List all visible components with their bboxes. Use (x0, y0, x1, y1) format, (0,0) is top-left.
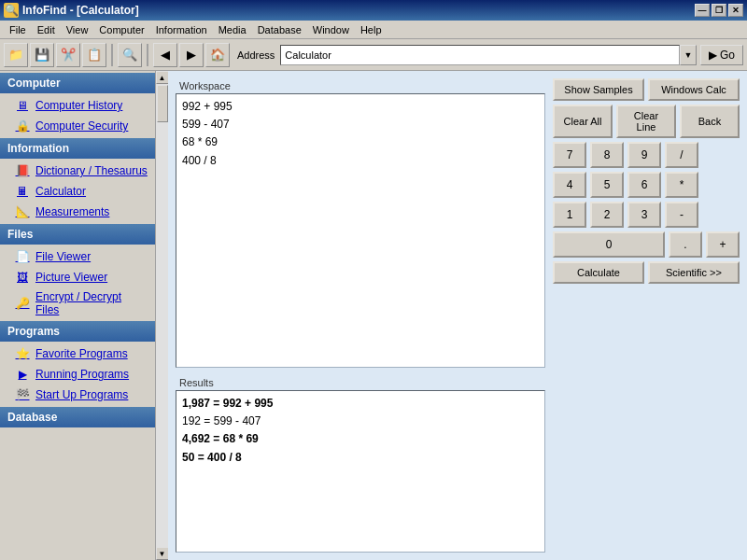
go-label: Go (720, 49, 735, 62)
numpad-1[interactable]: 1 (553, 202, 586, 228)
show-samples-button[interactable]: Show Samples (553, 78, 644, 101)
calculate-button[interactable]: Calculate (553, 261, 644, 284)
sidebar-item-computer-history[interactable]: 🖥 Computer History (0, 95, 155, 116)
sidebar-section-files: Files (0, 224, 155, 245)
numpad-row2: 4 5 6 * (553, 172, 740, 198)
address-dropdown[interactable]: ▼ (680, 45, 697, 65)
windows-calc-button[interactable]: Windows Calc (648, 78, 740, 101)
workspace-area: Workspace 992 + 995 599 - 407 68 * 69 40… (176, 78, 545, 553)
menu-view[interactable]: View (61, 22, 94, 37)
address-label: Address (237, 49, 275, 61)
scroll-track[interactable] (156, 84, 168, 547)
running-programs-icon: ▶ (15, 367, 30, 382)
toolbar-save[interactable]: 💾 (30, 43, 54, 67)
minimize-button[interactable]: — (695, 4, 710, 17)
numpad-plus[interactable]: + (706, 231, 740, 258)
numpad-divide[interactable]: / (665, 142, 698, 168)
calc-clear-row: Clear All Clear Line Back (553, 105, 740, 138)
clear-line-button[interactable]: Clear Line (616, 105, 676, 138)
close-button[interactable]: ✕ (728, 4, 743, 17)
numpad-minus[interactable]: - (665, 202, 698, 228)
calc-top-row: Show Samples Windows Calc (553, 78, 740, 101)
toolbar-back[interactable]: ◀ (153, 43, 177, 67)
sidebar-item-file-viewer[interactable]: 📄 File Viewer (0, 246, 155, 267)
restore-button[interactable]: ❐ (712, 4, 726, 17)
sidebar-label-computer-security: Computer Security (35, 119, 128, 133)
numpad-4[interactable]: 4 (553, 172, 586, 198)
sidebar-item-picture-viewer[interactable]: 🖼 Picture Viewer (0, 267, 155, 287)
sidebar-item-computer-security[interactable]: 🔒 Computer Security (0, 116, 155, 136)
results-container: Results 1,987 = 992 + 995 192 = 599 - 40… (176, 375, 545, 553)
numpad-2[interactable]: 2 (590, 202, 624, 228)
numpad-row1: 7 8 9 / (553, 142, 740, 168)
back-button[interactable]: Back (680, 105, 740, 138)
toolbar-sep2 (147, 44, 148, 66)
sidebar-item-calculator[interactable]: 🖩 Calculator (0, 181, 155, 202)
sidebar-item-measurements[interactable]: 📐 Measurements (0, 202, 155, 222)
menu-media[interactable]: Media (213, 22, 252, 37)
sidebar-section-computer: Computer (0, 73, 155, 93)
numpad-0[interactable]: 0 (553, 231, 665, 258)
result-line-3: 4,692 = 68 * 69 (182, 430, 539, 448)
sidebar-item-encrypt[interactable]: 🔑 Encrypt / Decrypt Files (0, 287, 155, 319)
sidebar-item-favorite-programs[interactable]: ⭐ Favorite Programs (0, 343, 155, 364)
sidebar-item-startup-programs[interactable]: 🏁 Start Up Programs (0, 385, 155, 405)
numpad-row3: 1 2 3 - (553, 202, 740, 228)
toolbar-cut[interactable]: ✂️ (56, 43, 80, 67)
menu-database[interactable]: Database (252, 22, 307, 37)
menu-information[interactable]: Information (150, 22, 213, 37)
scroll-down-arrow[interactable]: ▼ (156, 547, 169, 560)
dictionary-icon: 📕 (15, 163, 30, 178)
sidebar-label-measurements: Measurements (35, 205, 109, 218)
numpad-6[interactable]: 6 (627, 172, 661, 198)
numpad-7[interactable]: 7 (553, 142, 586, 168)
toolbar-home[interactable]: 🏠 (205, 43, 230, 67)
address-input[interactable] (280, 45, 680, 65)
scroll-thumb[interactable] (157, 85, 168, 122)
sidebar-scrollbar[interactable]: ▲ ▼ (155, 71, 168, 560)
encrypt-icon: 🔑 (15, 296, 30, 311)
titlebar-title: InfoFind - [Calculator] (22, 4, 695, 17)
favorite-programs-icon: ⭐ (15, 346, 30, 361)
titlebar-buttons: — ❐ ✕ (695, 4, 743, 17)
main-area: Computer 🖥 Computer History 🔒 Computer S… (0, 71, 747, 560)
go-button[interactable]: ▶ Go (700, 45, 743, 65)
workspace-panel: 992 + 995 599 - 407 68 * 69 400 / 8 (176, 93, 545, 368)
calculator-icon: 🖩 (15, 184, 30, 199)
go-arrow-icon: ▶ (709, 49, 717, 62)
numpad-9[interactable]: 9 (627, 142, 661, 168)
menu-help[interactable]: Help (355, 22, 388, 37)
menu-computer[interactable]: Computer (93, 22, 149, 37)
menu-edit[interactable]: Edit (32, 22, 61, 37)
scroll-up-arrow[interactable]: ▲ (156, 71, 169, 84)
toolbar-new[interactable]: 📁 (4, 43, 28, 67)
sidebar-label-encrypt: Encrypt / Decrypt Files (35, 290, 148, 316)
titlebar: 🔍 InfoFind - [Calculator] — ❐ ✕ (0, 0, 747, 21)
result-line-1: 1,987 = 992 + 995 (182, 395, 539, 413)
numpad-multiply[interactable]: * (665, 172, 698, 198)
numpad-3[interactable]: 3 (627, 202, 661, 228)
numpad-dot[interactable]: . (669, 231, 702, 258)
menubar: File Edit View Computer Information Medi… (0, 21, 747, 39)
result-line-4: 50 = 400 / 8 (182, 449, 539, 467)
workspace-content: 992 + 995 599 - 407 68 * 69 400 / 8 (176, 94, 544, 174)
menu-file[interactable]: File (4, 22, 32, 37)
sidebar-label-running-programs: Running Programs (35, 368, 129, 381)
picture-viewer-icon: 🖼 (15, 270, 30, 285)
sidebar-section-programs: Programs (0, 321, 155, 342)
menu-window[interactable]: Window (307, 22, 355, 37)
toolbar-forward[interactable]: ▶ (179, 43, 204, 67)
sidebar-item-dictionary[interactable]: 📕 Dictionary / Thesaurus (0, 161, 155, 181)
results-content: 1,987 = 992 + 995 192 = 599 - 407 4,692 … (176, 391, 544, 470)
toolbar-copy[interactable]: 📋 (82, 43, 106, 67)
computer-history-icon: 🖥 (15, 98, 30, 113)
result-line-2: 192 = 599 - 407 (182, 413, 539, 430)
numpad-8[interactable]: 8 (590, 142, 624, 168)
workspace-line-2: 599 - 407 (182, 116, 539, 133)
toolbar-search[interactable]: 🔍 (118, 43, 142, 67)
scientific-button[interactable]: Scientific >> (648, 261, 740, 284)
numpad-5[interactable]: 5 (590, 172, 624, 198)
clear-all-button[interactable]: Clear All (553, 105, 613, 138)
sidebar-item-running-programs[interactable]: ▶ Running Programs (0, 364, 155, 385)
sidebar-inner: Computer 🖥 Computer History 🔒 Computer S… (0, 71, 155, 560)
